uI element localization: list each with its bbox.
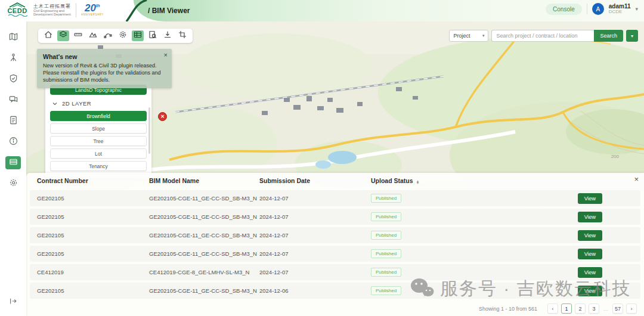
close-icon[interactable]: × (164, 51, 168, 58)
doc-search-icon (148, 30, 157, 41)
draw-path-tool[interactable] (102, 30, 114, 41)
terrain-tool[interactable] (87, 30, 99, 41)
col-upload-status[interactable]: Upload Status▲▼ (371, 177, 576, 184)
pagination-page-2[interactable]: 2 (575, 303, 586, 314)
sidebar-item-info[interactable] (5, 135, 21, 148)
layer-button-slope[interactable]: Slope (50, 123, 147, 134)
header-curve-accent (119, 0, 150, 21)
pagination-page-1[interactable]: 1 (561, 303, 572, 314)
collapse-icon (9, 297, 17, 308)
whats-new-popup: What's new New version of Revit & Civil … (37, 49, 172, 88)
gear-tool[interactable] (117, 30, 129, 41)
status-badge: Published (371, 212, 401, 221)
pagination-prev[interactable]: ‹ (547, 303, 558, 314)
model-table-icon (9, 157, 18, 169)
document-icon (9, 116, 18, 127)
table-row: GE202105 GE202105-CGE-11_GE-CC-SD_SB-M3_… (30, 246, 640, 262)
search-options-button[interactable]: ▾ (626, 30, 638, 42)
download-tool[interactable] (162, 30, 174, 41)
app-header: CEDD 土木工程拓展署 Civil Engineering and Devel… (0, 0, 644, 21)
whats-new-title: What's new (43, 53, 166, 60)
shield-check-icon (9, 74, 18, 85)
sidebar-item-comments[interactable] (5, 94, 21, 107)
map-search-bar: Project ▾ Search ▾ (449, 30, 638, 42)
chevron-down-icon: ▾ (482, 33, 485, 38)
view-button[interactable]: View (578, 286, 602, 296)
sort-icon[interactable]: ▲▼ (416, 181, 420, 184)
user-info: adam11 DCDE (609, 3, 631, 15)
layer-section-2d[interactable]: 2D LAYER (52, 100, 147, 107)
bezier-icon (104, 30, 112, 41)
status-badge: Published (371, 249, 401, 258)
map-alert-marker[interactable]: ✕ (158, 112, 167, 121)
col-contract-number: Contract Number (37, 177, 149, 184)
table-row: GE202105 GE202105-CGE-11_GE-CC-SD_SB-M3_… (30, 227, 640, 243)
layer-panel-scrollbar[interactable] (148, 107, 150, 154)
header-separator (587, 4, 587, 14)
close-icon[interactable]: × (634, 175, 639, 184)
table-row: CE412019 CE412019-CGE-8_GE-LMHV-SL-M3_N … (30, 264, 640, 280)
sidebar-collapse-button[interactable] (0, 297, 26, 308)
sidebar-item-map[interactable] (5, 31, 21, 44)
gear-icon (9, 178, 18, 190)
view-button[interactable]: View (578, 230, 602, 241)
home-icon (44, 30, 52, 41)
submissions-table-panel: × Contract Number BIM Model Name Submiss… (26, 173, 644, 316)
console-button[interactable]: Console (546, 4, 582, 15)
user-menu-chevron-icon[interactable]: ▾ (635, 6, 638, 12)
sidebar-item-model-table[interactable] (5, 156, 21, 169)
mountain-icon (89, 30, 97, 41)
view-button[interactable]: View (578, 249, 602, 259)
sidebar-item-documents[interactable] (5, 114, 21, 128)
view-button[interactable]: View (578, 267, 602, 278)
status-badge: Published (371, 194, 401, 203)
layers-icon (59, 30, 67, 41)
search-input[interactable] (491, 30, 594, 42)
table-row: GE202105 GE202105-CGE-11_GE-CC-SD_SB-M3_… (30, 283, 640, 299)
page-title: / BIM Viewer (148, 7, 190, 15)
cedd-logo: CEDD (7, 2, 27, 18)
info-icon (9, 137, 18, 148)
sidebar-item-settings[interactable] (5, 177, 21, 190)
layers-tool[interactable] (57, 30, 69, 41)
home-tool[interactable] (42, 30, 54, 41)
layer-button-lot[interactable]: Lot (50, 148, 147, 159)
view-button[interactable]: View (578, 212, 602, 222)
org-name: 土木工程拓展署 Civil Engineering and Developmen… (33, 4, 71, 17)
view-button[interactable]: View (578, 193, 602, 204)
gear-small-icon (119, 30, 127, 41)
doc-search-tool[interactable] (147, 30, 159, 41)
survey-tripod-icon (9, 53, 18, 64)
download-icon (163, 30, 172, 41)
whats-new-body: New version of Revit & Civil 3D plugin r… (43, 62, 166, 83)
anniversary-logo: 20th ANNIVERSARY (81, 3, 104, 17)
sidebar-item-validation[interactable] (5, 73, 21, 86)
bim-viewer-app: ✕ 200 CEDD 土木工程拓展署 Civil Engineering and (0, 0, 644, 316)
layer-button-brownfield[interactable]: Brownfield (50, 111, 147, 121)
pagination-next[interactable]: › (626, 303, 637, 314)
crop-tool[interactable] (177, 30, 188, 41)
layer-button-tenancy[interactable]: Tenancy (50, 161, 147, 171)
crop-icon (178, 30, 187, 41)
chevron-down-icon (52, 100, 57, 107)
search-filter-select[interactable]: Project ▾ (449, 30, 488, 42)
map-icon (9, 32, 18, 44)
col-bim-model-name: BIM Model Name (149, 177, 259, 184)
cedd-logo-waves (7, 14, 27, 18)
status-badge: Published (371, 286, 401, 295)
status-badge: Published (371, 231, 401, 240)
avatar[interactable]: A (592, 3, 604, 15)
comments-icon (9, 95, 18, 106)
data-table-tool[interactable] (132, 30, 144, 41)
layer-button-tree[interactable]: Tree (50, 136, 147, 146)
pagination-ellipsis: … (602, 306, 609, 312)
map-toolbar (38, 29, 193, 43)
pagination-page-3[interactable]: 3 (589, 303, 599, 314)
measure-tool[interactable] (72, 30, 84, 41)
header-divider (76, 3, 76, 17)
pagination-page-last[interactable]: 57 (612, 303, 623, 314)
search-button[interactable]: Search (594, 30, 623, 42)
sidebar-item-survey[interactable] (5, 52, 21, 65)
map-contour-label: 200 (611, 154, 619, 159)
table-header-row: Contract Number BIM Model Name Submissio… (26, 173, 644, 188)
